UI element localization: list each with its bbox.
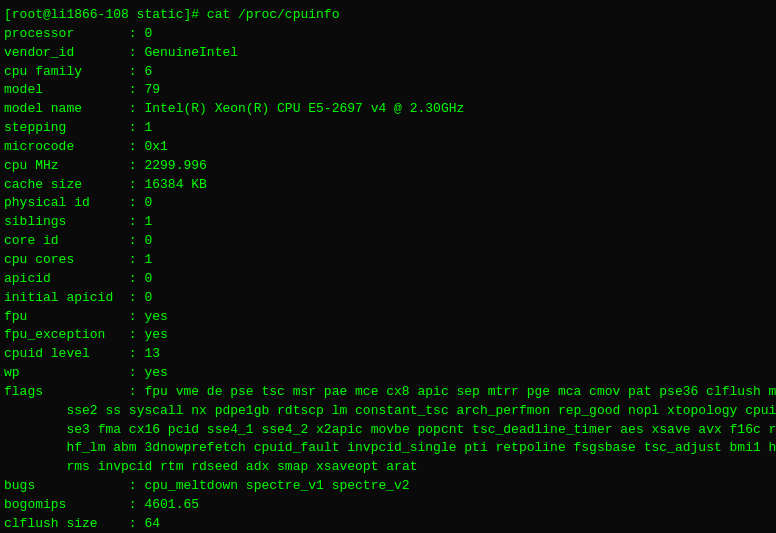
terminal-window[interactable]: [root@li1866-108 static]# cat /proc/cpui…: [0, 0, 776, 533]
terminal-line: physical id : 0: [4, 194, 772, 213]
terminal-line: bugs : cpu_meltdown spectre_v1 spectre_v…: [4, 477, 772, 496]
terminal-line: vendor_id : GenuineIntel: [4, 44, 772, 63]
terminal-line: core id : 0: [4, 232, 772, 251]
terminal-line: cpu cores : 1: [4, 251, 772, 270]
terminal-line: rms invpcid rtm rdseed adx smap xsaveopt…: [4, 458, 772, 477]
terminal-line: clflush size : 64: [4, 515, 772, 533]
terminal-line: cpuid level : 13: [4, 345, 772, 364]
terminal-line: initial apicid : 0: [4, 289, 772, 308]
terminal-line: [root@li1866-108 static]# cat /proc/cpui…: [4, 6, 772, 25]
terminal-line: hf_lm abm 3dnowprefetch cpuid_fault invp…: [4, 439, 772, 458]
terminal-line: flags : fpu vme de pse tsc msr pae mce c…: [4, 383, 772, 402]
terminal-line: fpu : yes: [4, 308, 772, 327]
terminal-line: sse2 ss syscall nx pdpe1gb rdtscp lm con…: [4, 402, 772, 421]
terminal-line: model name : Intel(R) Xeon(R) CPU E5-269…: [4, 100, 772, 119]
terminal-line: siblings : 1: [4, 213, 772, 232]
terminal-line: cpu MHz : 2299.996: [4, 157, 772, 176]
terminal-line: fpu_exception : yes: [4, 326, 772, 345]
terminal-line: cache size : 16384 KB: [4, 176, 772, 195]
terminal-line: apicid : 0: [4, 270, 772, 289]
terminal-line: microcode : 0x1: [4, 138, 772, 157]
terminal-line: cpu family : 6: [4, 63, 772, 82]
terminal-line: processor : 0: [4, 25, 772, 44]
terminal-output: [root@li1866-108 static]# cat /proc/cpui…: [4, 6, 772, 533]
terminal-line: bogomips : 4601.65: [4, 496, 772, 515]
terminal-line: wp : yes: [4, 364, 772, 383]
terminal-line: stepping : 1: [4, 119, 772, 138]
terminal-line: model : 79: [4, 81, 772, 100]
terminal-line: se3 fma cx16 pcid sse4_1 sse4_2 x2apic m…: [4, 421, 772, 440]
